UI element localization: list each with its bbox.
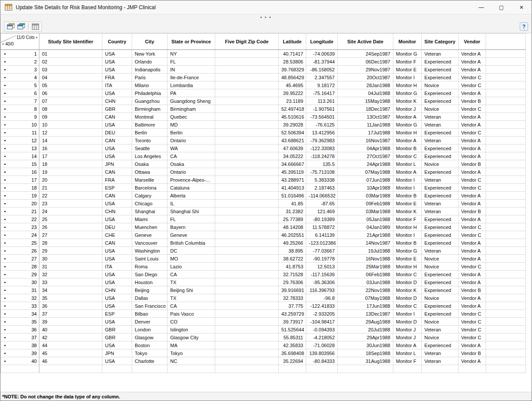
cell[interactable]: -80.84333 xyxy=(306,357,338,365)
report-window-icon[interactable] xyxy=(6,23,15,31)
cell[interactable]: 04Jul1988 xyxy=(338,89,393,97)
cell[interactable]: Montreal xyxy=(132,113,168,121)
row-state-icon[interactable]: ● xyxy=(4,336,6,339)
cell[interactable]: 13Oct1987 xyxy=(338,113,393,121)
cell[interactable]: USA xyxy=(102,58,132,66)
column-header-five-digit-zip-code[interactable]: Five Digit Zip Code xyxy=(215,34,279,50)
row-state-icon[interactable]: ● xyxy=(4,352,6,355)
cell[interactable]: Monitor B xyxy=(393,144,422,152)
column-header-country[interactable]: Country xyxy=(102,34,132,50)
row-header[interactable]: ●17 xyxy=(1,176,39,184)
cell[interactable]: Vendor A xyxy=(458,89,486,97)
cell[interactable]: Monitor L xyxy=(393,349,422,357)
row-header[interactable]: ●29 xyxy=(1,271,39,278)
cell[interactable]: FRA xyxy=(102,74,132,81)
cell[interactable]: Ontario xyxy=(168,137,215,144)
cell[interactable]: Vendor C xyxy=(458,176,486,184)
cell[interactable]: -76.6125 xyxy=(306,121,338,129)
row-state-icon[interactable]: ● xyxy=(4,241,6,244)
row-header[interactable]: ●34 xyxy=(1,310,39,318)
row-state-icon[interactable]: ● xyxy=(4,99,6,102)
cell[interactable]: Provence-Alpes-... xyxy=(168,176,215,184)
cell[interactable]: USA xyxy=(102,255,132,263)
cell[interactable]: Experienced xyxy=(422,215,458,223)
cell[interactable]: -117.15639 xyxy=(306,271,338,278)
cell[interactable]: JPN xyxy=(102,349,132,357)
cell[interactable]: Vendor A xyxy=(458,341,486,349)
cell[interactable]: Bayern xyxy=(168,223,215,231)
close-button[interactable]: ✕ xyxy=(511,0,532,14)
row-header[interactable]: ●32 xyxy=(1,294,39,302)
cell[interactable]: Veteran xyxy=(422,326,458,334)
row-state-icon[interactable]: ● xyxy=(4,147,6,150)
cell[interactable] xyxy=(215,50,279,58)
row-header[interactable]: ●21 xyxy=(1,208,39,215)
cell[interactable]: 13.412956 xyxy=(306,129,338,137)
cell[interactable] xyxy=(215,200,279,208)
cell[interactable]: Experienced xyxy=(422,168,458,176)
data-table-icon[interactable] xyxy=(31,23,40,31)
cell[interactable]: Vendor A xyxy=(458,58,486,66)
cell[interactable]: Monitor C xyxy=(393,152,422,160)
cell[interactable]: Novice xyxy=(422,294,458,302)
cell[interactable]: Philadelphia xyxy=(132,89,168,97)
row-state-icon[interactable]: ● xyxy=(4,218,6,221)
cell[interactable]: 20Jul1988 xyxy=(338,326,393,334)
cell[interactable]: 32 xyxy=(39,271,102,278)
cell[interactable]: DEU xyxy=(102,223,132,231)
cell[interactable]: Experienced xyxy=(422,66,458,74)
row-state-icon[interactable]: ● xyxy=(4,131,6,134)
row-state-icon[interactable]: ● xyxy=(4,115,6,118)
cell[interactable]: 39.95222 xyxy=(279,89,306,97)
cell[interactable]: San Diego xyxy=(132,271,168,278)
cell[interactable]: Glasgow City xyxy=(168,334,215,341)
row-header[interactable]: ●22 xyxy=(1,215,39,223)
cell[interactable]: -90.19778 xyxy=(306,255,338,263)
cell[interactable]: 135.5 xyxy=(306,160,338,168)
row-header[interactable]: ●36 xyxy=(1,326,39,334)
cell[interactable]: Veteran xyxy=(422,176,458,184)
cell[interactable]: 116.396793 xyxy=(306,286,338,294)
cell[interactable]: USA xyxy=(102,247,132,255)
cell[interactable] xyxy=(215,294,279,302)
cell[interactable]: Veteran xyxy=(422,50,458,58)
cell[interactable]: Experienced xyxy=(422,97,458,105)
cell[interactable]: Monitor E xyxy=(393,200,422,208)
cell[interactable]: 46.202551 xyxy=(279,231,306,239)
cell[interactable]: Tokyo xyxy=(168,349,215,357)
cell[interactable]: Vendor C xyxy=(458,263,486,271)
cell[interactable]: 17Jul1988 xyxy=(338,129,393,137)
row-header[interactable]: ●39 xyxy=(1,349,39,357)
cell[interactable]: USA xyxy=(102,66,132,74)
cell[interactable]: Miami xyxy=(132,215,168,223)
cell[interactable]: 18Sep1988 xyxy=(338,349,393,357)
cell[interactable]: Monitor H xyxy=(393,81,422,89)
cell[interactable]: 09 xyxy=(39,113,102,121)
cell[interactable]: Vendor A xyxy=(458,247,486,255)
cell[interactable]: Monitor I xyxy=(393,184,422,192)
cell[interactable] xyxy=(215,263,279,271)
cell[interactable]: Veteran xyxy=(422,247,458,255)
cell[interactable]: DEU xyxy=(102,129,132,137)
cell[interactable]: 21 xyxy=(39,184,102,192)
cell[interactable]: Vendor C xyxy=(458,310,486,318)
cell[interactable]: 18 xyxy=(39,160,102,168)
cell[interactable]: CAN xyxy=(102,168,132,176)
cell[interactable]: 35 xyxy=(39,294,102,302)
cell[interactable]: Novice xyxy=(422,105,458,113)
column-header-site-category[interactable]: Site Category xyxy=(422,34,458,50)
cell[interactable]: Experienced xyxy=(422,89,458,97)
cell[interactable]: Monitor B xyxy=(393,239,422,247)
cell[interactable]: 28 xyxy=(39,239,102,247)
cell[interactable] xyxy=(215,326,279,334)
cell[interactable]: Vendor B xyxy=(458,286,486,294)
cell[interactable]: 52.506394 xyxy=(279,129,306,137)
cell[interactable]: 55.85311 xyxy=(279,334,306,341)
cell[interactable]: 05Jan1988 xyxy=(338,215,393,223)
cell[interactable]: -87.65 xyxy=(306,200,338,208)
cell[interactable]: -104.98417 xyxy=(306,318,338,326)
minimize-button[interactable]: — xyxy=(471,0,491,14)
cell[interactable]: 14Nov1987 xyxy=(338,239,393,247)
cell[interactable]: Marseille xyxy=(132,176,168,184)
cell[interactable]: 30 xyxy=(39,255,102,263)
